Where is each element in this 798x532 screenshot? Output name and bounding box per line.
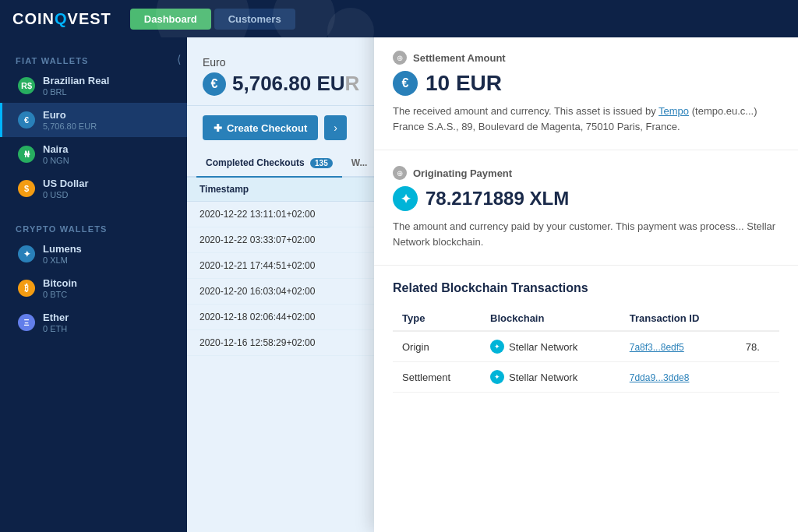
tempo-link[interactable]: Tempo xyxy=(659,105,689,117)
originating-amount: 78.2171889 XLM xyxy=(425,188,569,210)
xlm-balance: 0 XLM xyxy=(43,255,82,265)
bc-table-row: Settlement✦Stellar Network7dda9...3dde8 xyxy=(393,362,779,393)
brl-name: Brazilian Real xyxy=(43,75,109,86)
fiat-section-header: FIAT WALLETS ⟨ xyxy=(0,50,187,69)
bc-col-extra xyxy=(736,306,779,331)
bc-col-txid: Transaction ID xyxy=(620,306,736,331)
originating-section: ⊕ Originating Payment ✦ 78.2171889 XLM T… xyxy=(374,150,798,266)
xlm-icon: ✦ xyxy=(18,245,35,262)
originating-amount-display: ✦ 78.2171889 XLM xyxy=(393,186,779,211)
create-checkout-button[interactable]: ✚ Create Checkout xyxy=(203,115,318,140)
ngn-balance: 0 NGN xyxy=(43,156,69,165)
originating-icon: ⊕ xyxy=(393,166,407,180)
bc-extra-cell xyxy=(736,362,779,393)
table-row[interactable]: 2020-12-22 03:33:07+02:00 xyxy=(187,227,397,253)
settlement-icon: ⊕ xyxy=(393,51,407,65)
table-row[interactable]: 2020-12-21 17:44:51+02:00 xyxy=(187,253,397,279)
wallet-item-ngn[interactable]: ₦ Naira 0 NGN xyxy=(0,137,187,171)
ngn-name: Naira xyxy=(43,143,69,155)
table-row[interactable]: 2020-12-16 12:58:29+02:00 xyxy=(187,330,397,356)
bc-type-cell: Origin xyxy=(393,331,481,362)
bc-col-blockchain: Blockchain xyxy=(481,306,620,331)
checkouts-table: Timestamp 2020-12-22 13:11:01+02:002020-… xyxy=(187,178,397,356)
bc-blockchain-cell: ✦Stellar Network xyxy=(481,331,620,362)
checkouts-table-container: Timestamp 2020-12-22 13:11:01+02:002020-… xyxy=(187,178,397,356)
eth-name: Ether xyxy=(43,312,69,323)
nav-customers[interactable]: Customers xyxy=(214,9,295,30)
col-timestamp: Timestamp xyxy=(187,178,397,202)
timestamp-cell: 2020-12-22 03:33:07+02:00 xyxy=(187,227,397,253)
xlm-name: Lumens xyxy=(43,243,82,255)
settlement-amount: 10 EUR xyxy=(425,71,502,96)
header-nav: Dashboard Customers xyxy=(130,9,295,30)
wallet-item-eth[interactable]: Ξ Ether 0 ETH xyxy=(0,305,187,340)
sidebar: FIAT WALLETS ⟨ R$ Brazilian Real 0 BRL €… xyxy=(0,37,187,532)
wallet-item-xlm[interactable]: ✦ Lumens 0 XLM xyxy=(0,237,187,271)
fiat-collapse-icon[interactable]: ⟨ xyxy=(177,53,181,65)
usd-name: US Dollar xyxy=(43,178,89,189)
bc-table-row: Origin✦Stellar Network7a8f3...8edf578. xyxy=(393,331,779,362)
eur-name: Euro xyxy=(43,109,97,121)
bc-col-type: Type xyxy=(393,306,481,331)
originating-title: Originating Payment xyxy=(413,167,512,179)
usd-balance: 0 USD xyxy=(43,190,89,199)
stellar-icon: ✦ xyxy=(490,370,504,384)
bc-blockchain-cell: ✦Stellar Network xyxy=(481,362,620,393)
crypto-wallets-title: CRYPTO WALLETS xyxy=(0,218,187,237)
brl-icon: R$ xyxy=(18,77,35,94)
btc-balance: 0 BTC xyxy=(43,290,77,299)
settlement-title: Settlement Amount xyxy=(413,52,506,64)
btc-name: Bitcoin xyxy=(43,277,77,289)
wallet-item-btc[interactable]: ₿ Bitcoin 0 BTC xyxy=(0,271,187,305)
plus-icon: ✚ xyxy=(214,122,222,134)
bc-type-cell: Settlement xyxy=(393,362,481,393)
wallet-item-eur[interactable]: € Euro 5,706.80 EUR xyxy=(0,103,187,137)
tx-link[interactable]: 7dda9...3dde8 xyxy=(630,372,690,383)
table-row[interactable]: 2020-12-18 02:06:44+02:00 xyxy=(187,305,397,330)
timestamp-cell: 2020-12-22 13:11:01+02:00 xyxy=(187,202,397,227)
tx-link[interactable]: 7a8f3...8edf5 xyxy=(630,342,684,353)
originating-description: The amount and currency paid by your cus… xyxy=(393,219,779,249)
wallet-item-brl[interactable]: R$ Brazilian Real 0 BRL xyxy=(0,69,187,103)
settlement-description: The received amount and currency. This a… xyxy=(393,104,779,134)
stellar-icon: ✦ xyxy=(490,340,504,354)
bc-extra-cell: 78. xyxy=(736,331,779,362)
app-logo: COINQVEST xyxy=(12,10,111,28)
right-panel: Wallets » EUR » Completed Checkouts » 10… xyxy=(374,0,798,532)
header: COINQVEST Dashboard Customers xyxy=(0,0,798,37)
bc-txid-cell: 7a8f3...8edf5 xyxy=(620,331,736,362)
wallet-header: Euro € 5,706.80 EUR xyxy=(187,37,397,106)
ngn-icon: ₦ xyxy=(18,146,35,163)
brl-balance: 0 BRL xyxy=(43,87,109,97)
nav-dashboard[interactable]: Dashboard xyxy=(130,9,211,30)
settlement-section: ⊕ Settlement Amount € 10 EUR The receive… xyxy=(374,35,798,150)
blockchain-table: Type Blockchain Transaction ID Origin✦St… xyxy=(393,306,779,393)
timestamp-cell: 2020-12-16 12:58:29+02:00 xyxy=(187,330,397,356)
bc-txid-cell: 7dda9...3dde8 xyxy=(620,362,736,393)
eur-balance: 5,706.80 EUR xyxy=(43,122,97,131)
eth-icon: Ξ xyxy=(18,314,35,331)
middle-panel: Euro € 5,706.80 EUR ✚ Create Checkout › … xyxy=(187,37,397,532)
settlement-amount-display: € 10 EUR xyxy=(393,71,779,96)
timestamp-cell: 2020-12-20 16:03:04+02:00 xyxy=(187,279,397,305)
euro-large-icon: € xyxy=(203,72,226,96)
more-actions-button[interactable]: › xyxy=(324,115,347,140)
completed-count-badge: 135 xyxy=(310,158,333,168)
btc-icon: ₿ xyxy=(18,280,35,297)
blockchain-section: Related Blockchain Transactions Type Blo… xyxy=(374,266,798,408)
wallet-item-usd[interactable]: $ US Dollar 0 USD xyxy=(0,171,187,206)
blockchain-title: Related Blockchain Transactions xyxy=(393,281,779,295)
tab-completed-checkouts[interactable]: Completed Checkouts 135 xyxy=(196,150,342,178)
timestamp-cell: 2020-12-18 02:06:44+02:00 xyxy=(187,305,397,330)
eth-balance: 0 ETH xyxy=(43,324,69,333)
usd-icon: $ xyxy=(18,180,35,197)
wallet-amount-display: € 5,706.80 EUR xyxy=(203,72,382,96)
wallet-label: Euro xyxy=(203,56,382,69)
tab-w[interactable]: W... xyxy=(342,150,377,176)
table-row[interactable]: 2020-12-20 16:03:04+02:00 xyxy=(187,279,397,305)
xlm-amount-icon: ✦ xyxy=(393,186,418,211)
wallet-actions: ✚ Create Checkout › xyxy=(187,106,397,150)
table-row[interactable]: 2020-12-22 13:11:01+02:00 xyxy=(187,202,397,227)
fiat-wallets-title: FIAT WALLETS xyxy=(0,50,104,69)
eur-icon: € xyxy=(18,111,35,129)
